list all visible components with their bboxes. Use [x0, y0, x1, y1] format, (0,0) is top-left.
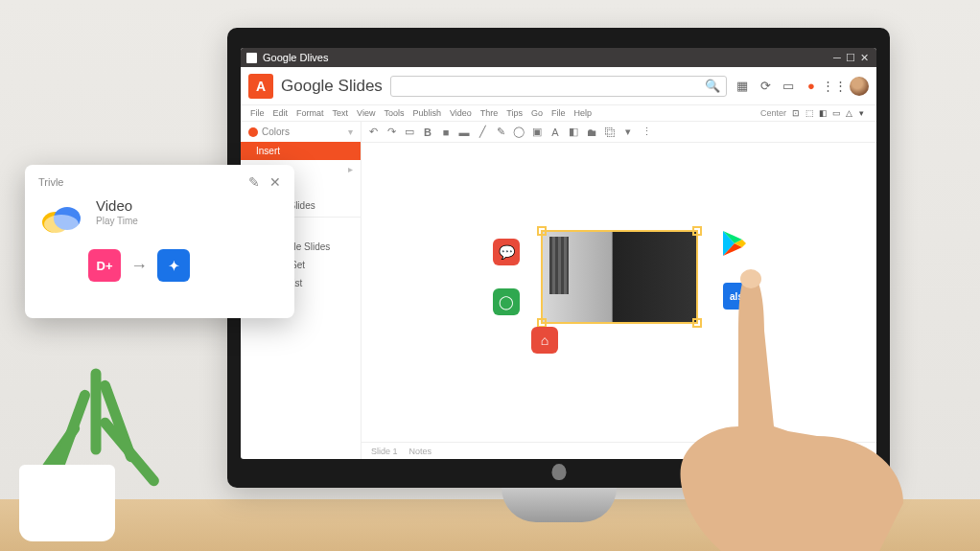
- resize-handle-tr[interactable]: [692, 226, 702, 236]
- popup-tab-label: Trivle: [38, 176, 63, 188]
- menu-center[interactable]: Center: [760, 108, 786, 118]
- menu-file2[interactable]: File: [551, 108, 566, 118]
- rect-icon[interactable]: ▬: [458, 126, 470, 138]
- toolbar-mini-icon-5[interactable]: △: [846, 108, 853, 116]
- toolbar-mini-icon-3[interactable]: ◧: [819, 108, 827, 116]
- status-bar: Slide 1 Notes: [362, 442, 876, 459]
- text-icon[interactable]: A: [549, 126, 561, 138]
- home-icon[interactable]: ⌂: [531, 327, 558, 354]
- toolbar-mini-icon-1[interactable]: ⊡: [792, 108, 800, 116]
- sidebar-section-label: Colors: [262, 126, 290, 137]
- menu-go[interactable]: Go: [531, 108, 543, 118]
- resize-handle-tl[interactable]: [537, 226, 547, 236]
- popup-subtitle: Play Time: [96, 216, 138, 226]
- shape-icon[interactable]: ◯: [513, 126, 525, 138]
- blue-badge-icon[interactable]: als: [723, 283, 750, 310]
- window-favicon-icon: [246, 53, 257, 63]
- menu-thre[interactable]: Thre: [480, 108, 499, 118]
- status-notes-label[interactable]: Notes: [409, 447, 432, 456]
- toolbar-mini-icon-6[interactable]: ▾: [859, 108, 867, 116]
- search-input[interactable]: [397, 80, 705, 92]
- cloud-icon: [38, 197, 84, 236]
- arrow-right-icon: →: [130, 256, 148, 276]
- bell-icon[interactable]: ●: [804, 79, 819, 94]
- slide-canvas[interactable]: 💬 ◯ ⌂ als: [362, 143, 876, 442]
- canvas-toolbar: ↶ ↷ ▭ B ■ ▬ ╱ ✎ ◯ ▣ A ◧ 🖿 ⿻ ▾ ⋮: [362, 122, 876, 143]
- section-dot-icon: [248, 127, 258, 137]
- toolbar-mini-icon-4[interactable]: ▭: [832, 108, 840, 116]
- apps-icon[interactable]: ⋮⋮: [827, 79, 842, 94]
- source-badge-left[interactable]: D+: [88, 249, 121, 282]
- popup-title: Video: [96, 197, 138, 214]
- brand-badge-icon: A: [248, 74, 273, 99]
- camera-icon[interactable]: ◯: [493, 288, 520, 315]
- more-icon[interactable]: ⋮: [641, 126, 652, 138]
- menu-text[interactable]: Text: [333, 108, 349, 118]
- pen-icon[interactable]: ✎: [495, 126, 506, 138]
- apple-logo-icon: [551, 464, 566, 480]
- redo-icon[interactable]: ↷: [385, 126, 397, 138]
- sidebar-item-insert[interactable]: Insert: [241, 142, 361, 160]
- chat-bubble-icon[interactable]: 💬: [493, 239, 520, 265]
- source-badge-right[interactable]: ✦: [157, 249, 190, 282]
- screen: Google Dlives ─ ☐ ✕ A Google Slides 🔍 ▦ …: [241, 48, 876, 459]
- bold-icon[interactable]: B: [422, 126, 433, 138]
- menu-tips[interactable]: Tips: [506, 108, 523, 118]
- sidebar-section-header: Colors ▾: [241, 122, 361, 142]
- search-input-wrapper[interactable]: 🔍: [390, 76, 727, 97]
- menu-file[interactable]: File: [250, 108, 265, 118]
- popup-edit-icon[interactable]: ✎: [248, 174, 260, 190]
- menu-publish[interactable]: Publish: [412, 108, 441, 118]
- app-body: Colors ▾ Insert View▸ Video Search Slide…: [241, 122, 876, 459]
- menu-bar: File Edit Format Text View Tools Publish…: [241, 105, 876, 122]
- menu-help[interactable]: Help: [574, 108, 593, 118]
- undo-icon[interactable]: ↶: [367, 126, 379, 138]
- play-store-icon[interactable]: [723, 231, 746, 256]
- chevron-down-icon[interactable]: ▾: [348, 126, 353, 137]
- copy-icon[interactable]: ⿻: [604, 126, 616, 138]
- chat-icon[interactable]: ▭: [781, 79, 796, 94]
- avatar[interactable]: [850, 77, 869, 96]
- reload-icon[interactable]: ⟳: [758, 79, 773, 94]
- fill-icon[interactable]: ◧: [568, 126, 579, 138]
- caret-icon[interactable]: ▾: [622, 126, 634, 138]
- window-titlebar: Google Dlives ─ ☐ ✕: [241, 48, 876, 67]
- resize-handle-br[interactable]: [692, 318, 702, 328]
- menu-video[interactable]: Video: [450, 108, 472, 118]
- window-close-button[interactable]: ✕: [857, 52, 871, 64]
- menu-tools[interactable]: Tools: [384, 108, 404, 118]
- selected-image[interactable]: [542, 231, 697, 323]
- window-title: Google Dlives: [263, 52, 830, 63]
- cursor-icon[interactable]: ▭: [404, 126, 415, 138]
- folder-icon[interactable]: 🖿: [586, 126, 597, 138]
- status-slide-label: Slide 1: [371, 447, 398, 456]
- search-icon[interactable]: 🔍: [705, 79, 720, 93]
- menu-format[interactable]: Format: [296, 108, 324, 118]
- line-icon[interactable]: ╱: [477, 126, 488, 138]
- brand-title: Google Slides: [281, 77, 383, 96]
- canvas-column: ↶ ↷ ▭ B ■ ▬ ╱ ✎ ◯ ▣ A ◧ 🖿 ⿻ ▾ ⋮: [362, 122, 876, 459]
- menu-view[interactable]: View: [357, 108, 375, 118]
- window-minimize-button[interactable]: ─: [830, 52, 844, 63]
- menu-edit[interactable]: Edit: [273, 108, 289, 118]
- insert-video-popup: Trivle ✎ ✕ Video Play Time D+ → ✦: [25, 165, 294, 318]
- window-maximize-button[interactable]: ☐: [844, 52, 857, 64]
- square-icon[interactable]: ■: [440, 126, 452, 138]
- toolbar-mini-icon-2[interactable]: ⬚: [805, 108, 813, 116]
- grid-icon[interactable]: ▦: [735, 79, 750, 94]
- monitor-frame: Google Dlives ─ ☐ ✕ A Google Slides 🔍 ▦ …: [227, 28, 890, 488]
- svg-point-6: [44, 215, 79, 234]
- image-icon[interactable]: ▣: [531, 126, 543, 138]
- popup-close-icon[interactable]: ✕: [269, 174, 281, 190]
- plant-decor: [0, 302, 163, 541]
- app-header: A Google Slides 🔍 ▦ ⟳ ▭ ● ⋮⋮: [241, 67, 876, 105]
